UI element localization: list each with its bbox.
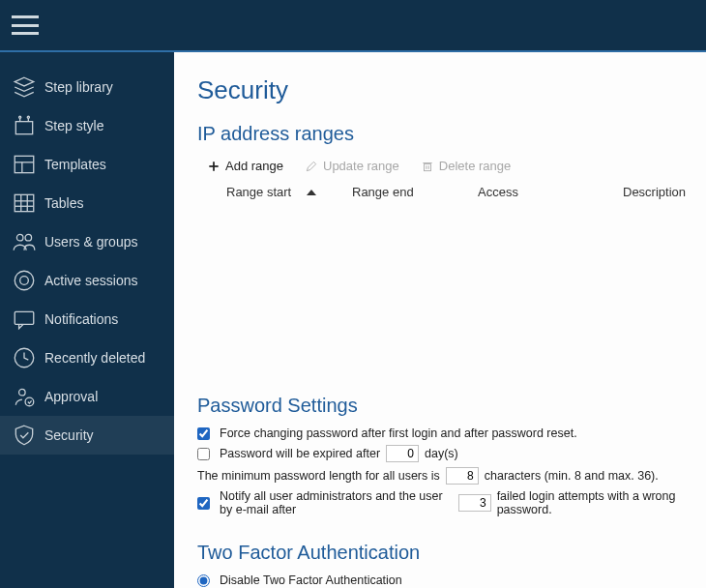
col-label: Range start bbox=[226, 185, 291, 199]
ip-ranges-empty-grid bbox=[197, 205, 679, 369]
sidebar-item-label: Users & groups bbox=[44, 234, 137, 250]
expire-checkbox[interactable] bbox=[197, 448, 210, 460]
sidebar-item-approval[interactable]: Approval bbox=[0, 377, 174, 416]
sidebar-item-label: Tables bbox=[44, 195, 83, 211]
style-icon bbox=[12, 113, 37, 138]
main-content: Security IP address ranges Add range Upd… bbox=[174, 52, 706, 588]
chat-icon bbox=[12, 307, 37, 332]
sidebar-item-notifications[interactable]: Notifications bbox=[0, 300, 174, 338]
svg-point-14 bbox=[16, 234, 23, 241]
sidebar-item-label: Approval bbox=[44, 389, 98, 404]
expire-label-post: day(s) bbox=[425, 447, 458, 460]
sidebar-item-active-sessions[interactable]: Active sessions bbox=[0, 261, 174, 300]
update-range-label: Update range bbox=[323, 159, 399, 173]
svg-rect-24 bbox=[424, 163, 430, 170]
sidebar-item-templates[interactable]: Templates bbox=[0, 145, 174, 184]
notify-checkbox[interactable] bbox=[197, 497, 210, 510]
sidebar-item-step-library[interactable]: Step library bbox=[0, 68, 174, 106]
notify-label-post: failed login attempts with a wrong passw… bbox=[497, 489, 679, 516]
expire-days-input[interactable] bbox=[386, 445, 419, 462]
user-check-icon bbox=[12, 384, 37, 409]
delete-range-button: Delete range bbox=[421, 159, 511, 173]
svg-point-5 bbox=[27, 116, 29, 118]
min-length-row: The minimum password length for all user… bbox=[197, 467, 679, 485]
shield-icon bbox=[12, 423, 37, 448]
add-range-label: Add range bbox=[225, 159, 283, 173]
svg-point-17 bbox=[20, 277, 29, 285]
notify-label-pre: Notify all user administrators and the u… bbox=[220, 489, 453, 516]
svg-rect-6 bbox=[15, 156, 34, 172]
col-description[interactable]: Description bbox=[623, 185, 686, 199]
ip-ranges-toolbar: Add range Update range Delete range bbox=[197, 155, 679, 181]
sidebar-item-label: Active sessions bbox=[44, 273, 137, 288]
layout-icon bbox=[12, 152, 37, 177]
col-range-start[interactable]: Range start bbox=[226, 185, 352, 199]
sidebar-item-step-style[interactable]: Step style bbox=[0, 106, 174, 145]
svg-rect-18 bbox=[15, 311, 34, 324]
expire-row: Password will be expired after day(s) bbox=[197, 445, 679, 462]
col-access[interactable]: Access bbox=[478, 185, 623, 199]
delete-range-label: Delete range bbox=[439, 159, 511, 173]
stack-icon bbox=[12, 74, 37, 100]
notify-attempts-input[interactable] bbox=[458, 494, 491, 512]
menu-toggle-icon[interactable] bbox=[12, 15, 39, 35]
section-2fa-title: Two Factor Authentication bbox=[197, 542, 679, 564]
min-len-post: characters (min. 8 and max. 36). bbox=[485, 469, 659, 483]
sidebar-item-users-groups[interactable]: Users & groups bbox=[0, 222, 174, 261]
force-change-row: Force changing password after first logi… bbox=[197, 426, 679, 440]
update-range-button: Update range bbox=[305, 159, 399, 173]
section-password-title: Password Settings bbox=[197, 395, 679, 417]
pencil-icon bbox=[305, 160, 318, 173]
plus-icon bbox=[207, 160, 221, 173]
svg-rect-1 bbox=[15, 122, 32, 134]
sidebar-item-label: Templates bbox=[44, 157, 106, 172]
svg-point-20 bbox=[19, 389, 25, 396]
min-len-pre: The minimum password length for all user… bbox=[197, 469, 440, 483]
svg-marker-0 bbox=[15, 77, 34, 86]
circle-icon bbox=[12, 268, 37, 293]
notify-row: Notify all user administrators and the u… bbox=[197, 489, 679, 516]
ip-ranges-table-header: Range start Range end Access Description bbox=[197, 181, 679, 205]
2fa-disable-label: Disable Two Factor Authentication bbox=[220, 573, 402, 587]
2fa-disable-row: Disable Two Factor Authentication bbox=[197, 573, 679, 587]
sidebar-item-security[interactable]: Security bbox=[0, 416, 174, 455]
svg-point-4 bbox=[19, 116, 21, 118]
sidebar: Step library Step style Templates Tables bbox=[0, 52, 174, 588]
section-ip-ranges-title: IP address ranges bbox=[197, 123, 679, 145]
trash-icon bbox=[421, 160, 434, 173]
add-range-button[interactable]: Add range bbox=[207, 159, 283, 173]
sidebar-item-label: Step library bbox=[44, 79, 113, 95]
users-icon bbox=[12, 229, 37, 254]
svg-point-15 bbox=[25, 234, 32, 241]
svg-rect-9 bbox=[15, 194, 34, 211]
2fa-disable-radio[interactable] bbox=[197, 574, 210, 587]
page-title: Security bbox=[197, 75, 679, 105]
force-change-label: Force changing password after first logi… bbox=[220, 426, 577, 440]
sort-asc-icon bbox=[307, 190, 316, 195]
force-change-checkbox[interactable] bbox=[197, 427, 210, 440]
sidebar-item-label: Recently deleted bbox=[44, 350, 145, 366]
sidebar-item-label: Notifications bbox=[44, 311, 118, 327]
topbar bbox=[0, 0, 706, 52]
col-range-end[interactable]: Range end bbox=[352, 185, 478, 199]
sidebar-item-label: Step style bbox=[44, 118, 103, 133]
expire-label-pre: Password will be expired after bbox=[220, 447, 380, 460]
sidebar-item-tables[interactable]: Tables bbox=[0, 184, 174, 222]
sidebar-item-recently-deleted[interactable]: Recently deleted bbox=[0, 338, 174, 377]
min-len-input[interactable] bbox=[446, 467, 479, 485]
sidebar-item-label: Security bbox=[44, 427, 94, 443]
table-icon bbox=[12, 191, 37, 216]
clock-icon bbox=[12, 345, 37, 370]
svg-point-21 bbox=[25, 397, 34, 406]
svg-point-16 bbox=[15, 271, 34, 290]
